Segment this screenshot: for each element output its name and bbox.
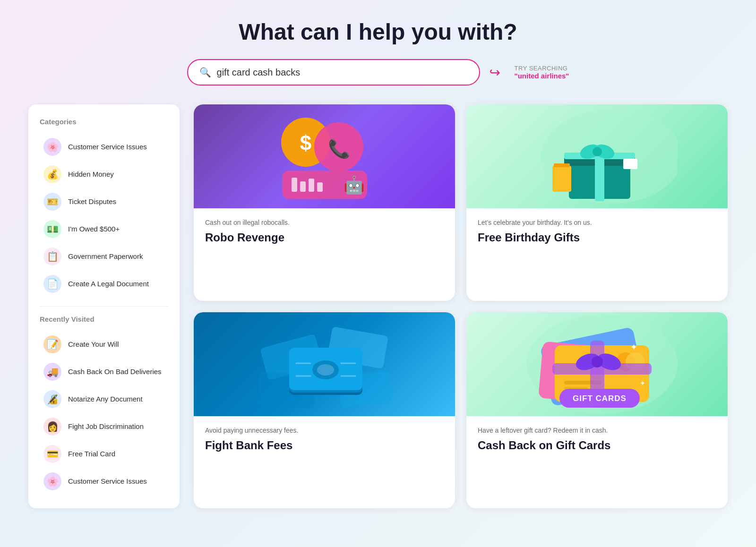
recently-visited-title: Recently Visited (40, 315, 168, 323)
card-image-robo-revenge: $ 📞 🤖 (194, 104, 455, 208)
sidebar-divider (40, 306, 168, 307)
sidebar-item-label: Notarize Any Document (68, 394, 143, 404)
card-title: Robo Revenge (205, 231, 444, 245)
card-robo-revenge[interactable]: $ 📞 🤖 Cash out on illegal robocalls. Rob… (194, 104, 455, 301)
svg-text:✦: ✦ (640, 379, 645, 387)
sidebar-avatar: 📄 (43, 275, 61, 293)
svg-rect-6 (300, 181, 306, 192)
card-title: Fight Bank Fees (205, 439, 444, 453)
sidebar-item-customer-service[interactable]: 🌸 Customer Service Issues (40, 133, 168, 161)
svg-rect-20 (623, 159, 637, 169)
sidebar-item-label: Customer Service Issues (68, 477, 147, 486)
svg-rect-7 (309, 179, 314, 192)
svg-rect-5 (292, 178, 297, 192)
svg-text:🤖: 🤖 (344, 175, 365, 195)
try-searching-label: TRY SEARCHING (515, 65, 568, 72)
sidebar-item-label: Hidden Money (68, 170, 114, 179)
categories-title: Categories (40, 118, 168, 126)
sidebar-item-create-will[interactable]: 📝 Create Your Will (40, 331, 168, 358)
sidebar-item-owed-500[interactable]: 💵 I'm Owed $500+ (40, 215, 168, 243)
search-input[interactable] (217, 67, 468, 78)
sidebar-avatar: 📝 (43, 335, 61, 353)
arrow-icon: ↩ (490, 65, 500, 80)
sidebar-avatar: 🎫 (43, 193, 61, 211)
card-body-robo-revenge: Cash out on illegal robocalls. Robo Reve… (194, 208, 455, 257)
sidebar-item-cash-back-deliveries[interactable]: 🚚 Cash Back On Bad Deliveries (40, 358, 168, 385)
card-subtitle: Have a leftover gift card? Redeem it in … (478, 427, 716, 434)
sidebar-item-label: I'm Owed $500+ (68, 224, 120, 234)
card-image-free-birthday (466, 104, 728, 208)
cards-grid: $ 📞 🤖 Cash out on illegal robocalls. Rob… (194, 104, 728, 508)
sidebar-item-label: Customer Service Issues (68, 142, 147, 152)
card-body-free-birthday: Let's celebrate your birthday. It's on u… (466, 208, 728, 257)
sidebar-item-free-trial[interactable]: 💳 Free Trial Card (40, 440, 168, 468)
svg-text:📞: 📞 (327, 138, 350, 160)
sidebar-avatar: 👩 (43, 418, 61, 436)
search-row: 🔍 ↩ TRY SEARCHING "united airlines" (28, 59, 728, 85)
sidebar-item-create-legal-doc[interactable]: 📄 Create A Legal Document (40, 270, 168, 298)
recently-visited-list: 📝 Create Your Will 🚚 Cash Back On Bad De… (40, 331, 168, 495)
sidebar-item-notarize-doc[interactable]: 🔏 Notarize Any Document (40, 385, 168, 413)
svg-text:$: $ (300, 131, 311, 154)
svg-rect-14 (554, 163, 570, 167)
card-subtitle: Let's celebrate your birthday. It's on u… (478, 219, 716, 226)
card-image-fight-bank-fees (194, 312, 455, 416)
sidebar-item-hidden-money[interactable]: 💰 Hidden Money (40, 161, 168, 188)
card-image-gift-cards: ✦ ✦ GIFT CARDS (466, 312, 728, 416)
search-icon: 🔍 (199, 67, 211, 78)
sidebar-avatar: 💵 (43, 220, 61, 238)
svg-point-29 (317, 364, 334, 376)
card-body-fight-bank-fees: Avoid paying unnecessary fees. Fight Ban… (194, 416, 455, 465)
sidebar-item-government-paperwork[interactable]: 📋 Government Paperwork (40, 243, 168, 270)
sidebar-item-label: Government Paperwork (68, 252, 143, 261)
search-bar[interactable]: 🔍 (187, 59, 480, 85)
card-gift-cards[interactable]: ✦ ✦ GIFT CARDS Have a leftover gift card… (466, 312, 728, 509)
sidebar-avatar: 💰 (43, 165, 61, 183)
sidebar-item-label: Ticket Disputes (68, 197, 116, 206)
svg-text:✦: ✦ (630, 342, 637, 352)
sidebar-item-label: Cash Back On Bad Deliveries (68, 367, 162, 376)
svg-rect-13 (552, 166, 571, 192)
sidebar-item-fight-job[interactable]: 👩 Fight Job Discrimination (40, 413, 168, 440)
page-header: What can I help you with? (28, 19, 728, 45)
card-subtitle: Cash out on illegal robocalls. (205, 219, 444, 226)
sidebar-item-label: Fight Job Discrimination (68, 422, 144, 431)
main-content: Categories 🌸 Customer Service Issues 💰 H… (28, 104, 728, 508)
sidebar-item-label: Free Trial Card (68, 449, 115, 459)
card-fight-bank-fees[interactable]: Avoid paying unnecessary fees. Fight Ban… (194, 312, 455, 509)
sidebar-item-label: Create A Legal Document (68, 279, 149, 289)
svg-rect-8 (317, 182, 323, 192)
card-free-birthday[interactable]: Let's celebrate your birthday. It's on u… (466, 104, 728, 301)
sidebar-item-customer-service-2[interactable]: 🌸 Customer Service Issues (40, 468, 168, 495)
try-searching-hint: TRY SEARCHING "united airlines" (515, 65, 569, 80)
card-body-gift-cards: Have a leftover gift card? Redeem it in … (466, 416, 728, 465)
sidebar-avatar: 📋 (43, 248, 61, 265)
sidebar-item-ticket-disputes[interactable]: 🎫 Ticket Disputes (40, 188, 168, 215)
categories-list: 🌸 Customer Service Issues 💰 Hidden Money… (40, 133, 168, 298)
svg-text:GIFT CARDS: GIFT CARDS (573, 394, 627, 403)
card-title: Cash Back on Gift Cards (478, 439, 716, 453)
sidebar-avatar: 🚚 (43, 363, 61, 381)
page-title: What can I help you with? (28, 19, 728, 45)
sidebar-item-label: Create Your Will (68, 340, 119, 349)
sidebar: Categories 🌸 Customer Service Issues 💰 H… (28, 104, 180, 508)
sidebar-avatar: 🌸 (43, 138, 61, 156)
try-searching-value: "united airlines" (515, 72, 569, 80)
sidebar-avatar: 💳 (43, 445, 61, 463)
sidebar-avatar: 🔏 (43, 390, 61, 408)
sidebar-avatar: 🌸 (43, 472, 61, 490)
svg-point-46 (592, 356, 603, 368)
svg-point-19 (593, 147, 602, 156)
card-subtitle: Avoid paying unnecessary fees. (205, 427, 444, 434)
card-title: Free Birthday Gifts (478, 231, 716, 245)
